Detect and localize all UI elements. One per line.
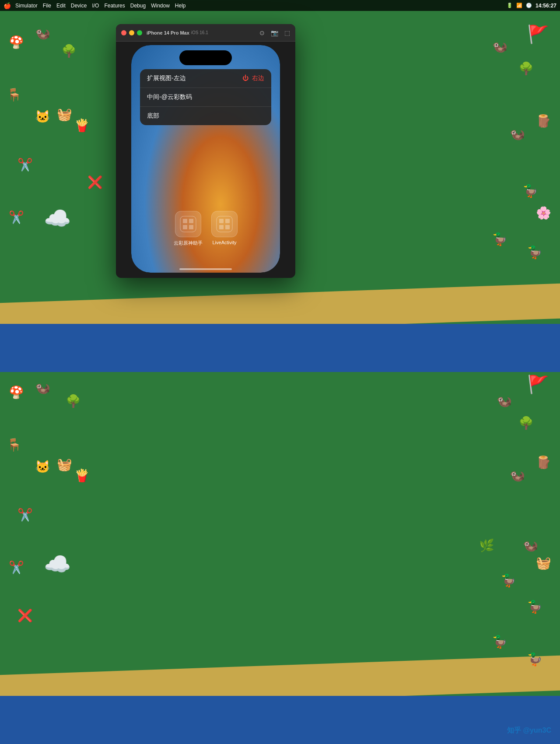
deco-duck: 🦆 <box>523 184 538 198</box>
deco-b-mushroom: 🍄 <box>9 385 24 400</box>
deco-b-cross: ✂️ <box>18 508 33 522</box>
app-label-liveactivity: LiveActivity <box>212 240 236 245</box>
home-indicator-top <box>179 268 232 270</box>
deco-otter-3: 🦦 <box>510 127 525 141</box>
deco-b-tree-2: 🌳 <box>518 416 534 430</box>
deco-b-cloud: ☁️ <box>44 551 71 577</box>
top-panel: 🍄 🦦 🌳 🪑 🧺 🍟 🐱 ✂️ ✂️ 🚩 🦦 🌳 🦦 🪵 🌸 🦆 🦆 🦆 ☁️… <box>0 0 560 372</box>
app-label-yunai: 云彩原神助手 <box>174 240 203 246</box>
menu-right: 🔋 📶 🕐 14:56:27 <box>507 3 556 9</box>
menu-bar-top: 🍎 Simulator File Edit Device I/O Feature… <box>0 0 560 11</box>
deco-b-basket: 🧺 <box>536 556 551 570</box>
deco-b-plant: 🌿 <box>479 538 494 553</box>
app-row-top: 云彩原神助手 LiveActivity <box>140 211 271 246</box>
menu-debug[interactable]: Debug <box>130 3 146 9</box>
menu-clock-icon: 🕐 <box>526 3 532 8</box>
menu-features[interactable]: Features <box>104 3 125 9</box>
menu-simulator[interactable]: Simulator <box>15 3 38 9</box>
context-menu: 扩展视图-左边 ⏻ 右边 中间-@云彩数码 底部 <box>140 69 271 125</box>
close-button-top[interactable] <box>121 30 126 35</box>
svg-rect-8 <box>219 225 224 229</box>
app-liveactivity[interactable]: LiveActivity <box>211 211 238 246</box>
deco-b-picnic: 🧺 <box>57 457 72 472</box>
deco-b-duck: 🦆 <box>501 573 516 588</box>
deco-b-flag: 🚩 <box>527 374 549 395</box>
app-icon-yunai[interactable] <box>175 211 201 237</box>
home-icon[interactable]: ⊙ <box>259 29 265 36</box>
ctx-power-icon: ⏻ <box>242 74 248 81</box>
win-icons-top: ⊙ 📷 ⬚ <box>259 29 290 36</box>
deco-cat: 🐱 <box>35 109 50 124</box>
ctx-expand-left[interactable]: 扩展视图-左边 ⏻ 右边 <box>140 69 271 88</box>
svg-rect-3 <box>183 225 187 229</box>
bottom-panel: 🍄 🦦 🌳 🪑 🧺 🍟 🐱 ✂️ ✂️ 🚩 🦦 🌳 🦦 🪵 🦦 🧺 🌿 ☁️ 🦆… <box>0 372 560 744</box>
win-titlebar-top: iPhone 14 Pro Max iOS 16.1 ⊙ 📷 ⬚ <box>116 24 295 42</box>
deco-b-tree: 🌳 <box>66 394 81 408</box>
app-yunai[interactable]: 云彩原神助手 <box>174 211 203 246</box>
deco-b-stump: 🪵 <box>536 455 551 470</box>
sim-window-top: iPhone 14 Pro Max iOS 16.1 ⊙ 📷 ⬚ 扩展视图-左边 <box>116 24 295 278</box>
deco-cross-2: ❌ <box>88 175 103 190</box>
apple-icon: 🍎 <box>4 2 11 9</box>
deco-b-bench: 🪑 <box>7 438 22 452</box>
app-icon-liveactivity[interactable] <box>211 211 238 237</box>
deco-b-otter-fish: 🦦 <box>523 538 538 553</box>
deco-flag: 🚩 <box>527 24 549 45</box>
deco-fries: 🍟 <box>74 118 90 133</box>
menu-time-top: 14:56:27 <box>536 3 556 9</box>
win-device-name: iPhone 14 Pro Max <box>147 30 189 35</box>
maximize-button-top[interactable] <box>137 30 142 35</box>
deco-cross: ✂️ <box>9 210 24 225</box>
deco-picnic: 🧺 <box>57 107 72 122</box>
dynamic-island-top <box>179 50 232 65</box>
minimize-button-top[interactable] <box>129 30 134 35</box>
ctx-left-label: 扩展视图-左边 <box>147 74 186 82</box>
water-strip <box>0 324 560 372</box>
watermark-prefix: 知乎 <box>507 726 523 734</box>
record-icon[interactable]: ⬚ <box>284 29 290 36</box>
menu-io[interactable]: I/O <box>92 3 99 9</box>
deco-bird: ✂️ <box>18 158 33 172</box>
deco-bench: 🪑 <box>7 88 22 102</box>
phone-top: 扩展视图-左边 ⏻ 右边 中间-@云彩数码 底部 <box>131 45 280 273</box>
svg-rect-9 <box>225 225 230 229</box>
landscape-bottom <box>0 604 560 744</box>
deco-otter-1: 🦦 <box>35 26 50 41</box>
win-ios-version: iOS 16.1 <box>191 30 208 35</box>
deco-b-otter-3: 🦦 <box>510 468 525 483</box>
deco-stump: 🪵 <box>536 114 551 128</box>
deco-b-otter-2: 🦦 <box>497 394 512 408</box>
menu-battery: 🔋 <box>507 3 513 8</box>
deco-tree-2: 🌳 <box>518 61 534 76</box>
deco-b-cat: 🐱 <box>35 460 50 474</box>
ctx-bottom[interactable]: 底部 <box>140 107 271 125</box>
watermark: 知乎 @yun3C <box>507 726 551 735</box>
deco-tree-1: 🌳 <box>61 44 77 58</box>
menu-help[interactable]: Help <box>175 3 186 9</box>
screenshot-icon[interactable]: 📷 <box>271 29 278 36</box>
deco-b-otter: 🦦 <box>35 381 50 395</box>
water-strip-bottom <box>0 696 560 744</box>
ctx-right-label: ⏻ 右边 <box>242 74 264 82</box>
deco-mushroom: 🍄 <box>9 35 24 49</box>
menu-file[interactable]: File <box>43 3 51 9</box>
ctx-center-label: 中间-@云彩数码 <box>147 93 192 101</box>
ctx-bottom-label: 底部 <box>147 112 159 120</box>
svg-rect-4 <box>189 225 193 229</box>
menu-edit[interactable]: Edit <box>56 3 66 9</box>
watermark-handle: @yun3C <box>523 726 552 734</box>
svg-rect-2 <box>189 219 193 223</box>
deco-cloud: ☁️ <box>44 206 71 231</box>
svg-rect-7 <box>225 219 230 223</box>
svg-rect-5 <box>217 216 232 232</box>
phone-screen-top: 扩展视图-左边 ⏻ 右边 中间-@云彩数码 底部 <box>131 45 280 273</box>
traffic-lights-top[interactable] <box>121 30 142 35</box>
ctx-center[interactable]: 中间-@云彩数码 <box>140 88 271 107</box>
svg-rect-0 <box>180 216 196 232</box>
svg-rect-6 <box>219 219 224 223</box>
menu-device[interactable]: Device <box>71 3 87 9</box>
menu-wifi: 📶 <box>516 3 522 8</box>
deco-b-fries: 🍟 <box>74 468 90 483</box>
deco-b-cross2: ✂️ <box>9 560 24 575</box>
menu-window[interactable]: Window <box>151 3 170 9</box>
